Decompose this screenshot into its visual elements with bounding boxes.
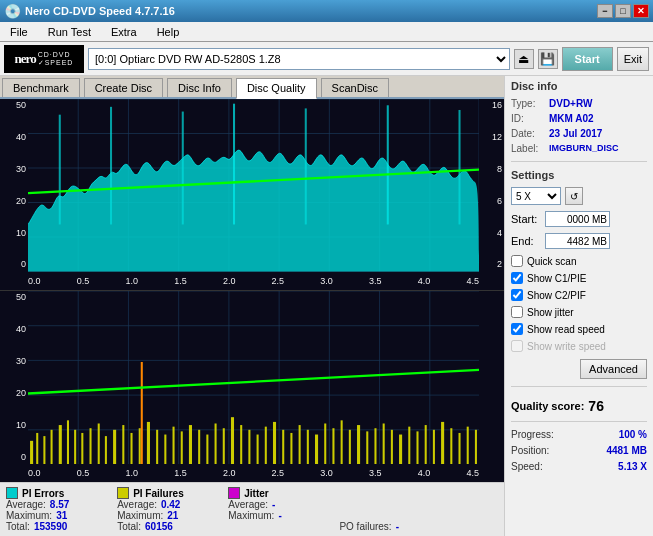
- x-3.5: 3.5: [369, 276, 382, 286]
- close-button[interactable]: ✕: [633, 4, 649, 18]
- show-c2pif-label: Show C2/PIF: [527, 290, 586, 301]
- disc-date-value: 23 Jul 2017: [549, 128, 602, 139]
- menu-extra[interactable]: Extra: [105, 25, 143, 39]
- save-icon[interactable]: 💾: [538, 49, 558, 69]
- xb-4.5: 4.5: [466, 468, 479, 478]
- y-right-16: 16: [481, 101, 502, 110]
- maximize-button[interactable]: □: [615, 4, 631, 18]
- x-axis-top: 0.0 0.5 1.0 1.5 2.0 2.5 3.0 3.5 4.0 4.5: [28, 272, 479, 290]
- svg-rect-49: [139, 428, 141, 464]
- device-select[interactable]: [0:0] Optiarc DVD RW AD-5280S 1.Z8: [88, 48, 510, 70]
- menu-run-test[interactable]: Run Test: [42, 25, 97, 39]
- end-input[interactable]: [545, 233, 610, 249]
- xb-1.5: 1.5: [174, 468, 187, 478]
- svg-rect-67: [290, 432, 292, 464]
- svg-rect-88: [467, 426, 469, 464]
- eject-icon[interactable]: ⏏: [514, 49, 534, 69]
- minimize-button[interactable]: −: [597, 4, 613, 18]
- svg-rect-59: [223, 428, 225, 464]
- x-2.5: 2.5: [272, 276, 285, 286]
- jitter-max-row: Maximum: -: [228, 510, 323, 521]
- speed-label: Speed:: [511, 461, 543, 472]
- position-label: Position:: [511, 445, 549, 456]
- tabs: Benchmark Create Disc Disc Info Disc Qua…: [0, 76, 504, 99]
- app-icon: 💿: [4, 3, 21, 19]
- tab-disc-quality[interactable]: Disc Quality: [236, 78, 317, 99]
- start-input[interactable]: [545, 211, 610, 227]
- svg-rect-36: [36, 432, 38, 464]
- chart-area-bottom: [28, 291, 479, 465]
- tab-disc-info[interactable]: Disc Info: [167, 78, 232, 97]
- refresh-btn[interactable]: ↺: [565, 187, 583, 205]
- x-4.0: 4.0: [418, 276, 431, 286]
- show-c2pif-row[interactable]: Show C2/PIF: [511, 289, 647, 301]
- jitter-title: Jitter: [228, 487, 323, 499]
- pi-failures-avg-row: Average: 0.42: [117, 499, 212, 510]
- y-top-10: 10: [2, 229, 26, 238]
- svg-rect-48: [131, 432, 133, 464]
- start-label: Start:: [511, 213, 541, 225]
- pi-failures-color: [117, 487, 129, 499]
- disc-label-value: IMGBURN_DISC: [549, 143, 619, 154]
- show-read-speed-row[interactable]: Show read speed: [511, 323, 647, 335]
- tab-scan-disc[interactable]: ScanDisc: [321, 78, 389, 97]
- svg-rect-39: [59, 425, 62, 464]
- show-jitter-row[interactable]: Show jitter: [511, 306, 647, 318]
- svg-rect-84: [433, 429, 435, 464]
- stat-group-pi-errors: PI Errors Average: 8.57 Maximum: 31 Tota…: [6, 487, 101, 532]
- svg-rect-71: [324, 423, 326, 464]
- menu-file[interactable]: File: [4, 25, 34, 39]
- advanced-button[interactable]: Advanced: [580, 359, 647, 379]
- show-jitter-checkbox[interactable]: [511, 306, 523, 318]
- left-panel: Benchmark Create Disc Disc Info Disc Qua…: [0, 76, 505, 536]
- svg-rect-80: [399, 434, 402, 464]
- y-axis-top-right: 16 12 8 6 4 2: [479, 99, 504, 272]
- pi-failures-total-row: Total: 60156: [117, 521, 212, 532]
- quick-scan-checkbox[interactable]: [511, 255, 523, 267]
- menu-help[interactable]: Help: [151, 25, 186, 39]
- disc-id-row: ID: MKM A02: [511, 113, 647, 124]
- svg-rect-42: [81, 432, 83, 464]
- tab-create-disc[interactable]: Create Disc: [84, 78, 163, 97]
- svg-rect-57: [206, 434, 208, 464]
- start-button[interactable]: Start: [562, 47, 613, 71]
- pi-errors-avg-row: Average: 8.57: [6, 499, 101, 510]
- svg-rect-66: [282, 429, 284, 464]
- y-right-12: 12: [481, 133, 502, 142]
- xb-1.0: 1.0: [125, 468, 138, 478]
- exit-button[interactable]: Exit: [617, 47, 649, 71]
- tab-benchmark[interactable]: Benchmark: [2, 78, 80, 97]
- svg-rect-46: [113, 429, 116, 464]
- start-row: Start:: [511, 211, 647, 227]
- svg-rect-61: [240, 425, 242, 464]
- y-top-40: 40: [2, 133, 26, 142]
- progress-speed-row: Speed: 5.13 X: [511, 461, 647, 472]
- pi-failures-max-row: Maximum: 21: [117, 510, 212, 521]
- x-2.0: 2.0: [223, 276, 236, 286]
- x-0.5: 0.5: [77, 276, 90, 286]
- pi-errors-total-row: Total: 153590: [6, 521, 101, 532]
- xb-3.5: 3.5: [369, 468, 382, 478]
- show-c1pie-row[interactable]: Show C1/PIE: [511, 272, 647, 284]
- svg-rect-79: [391, 429, 393, 464]
- svg-rect-74: [349, 429, 351, 464]
- stat-group-pi-failures: PI Failures Average: 0.42 Maximum: 21 To…: [117, 487, 212, 532]
- y-bot-10: 10: [2, 421, 26, 430]
- quick-scan-row[interactable]: Quick scan: [511, 255, 647, 267]
- speed-select[interactable]: 5 X: [511, 187, 561, 205]
- show-c1pie-checkbox[interactable]: [511, 272, 523, 284]
- y-axis-top-left: 50 40 30 20 10 0: [0, 99, 28, 272]
- chart-top: 50 40 30 20 10 0 16 12 8 6 4 2: [0, 99, 504, 291]
- show-read-speed-checkbox[interactable]: [511, 323, 523, 335]
- show-c2pif-checkbox[interactable]: [511, 289, 523, 301]
- y-right-2: 2: [481, 260, 502, 269]
- divider-2: [511, 386, 647, 387]
- xb-0.0: 0.0: [28, 468, 41, 478]
- svg-rect-72: [332, 428, 334, 464]
- divider-1: [511, 161, 647, 162]
- pi-failures-title: PI Failures: [117, 487, 212, 499]
- svg-rect-73: [341, 420, 343, 464]
- window-controls: − □ ✕: [597, 4, 649, 18]
- svg-rect-78: [383, 423, 385, 464]
- svg-rect-76: [366, 431, 368, 464]
